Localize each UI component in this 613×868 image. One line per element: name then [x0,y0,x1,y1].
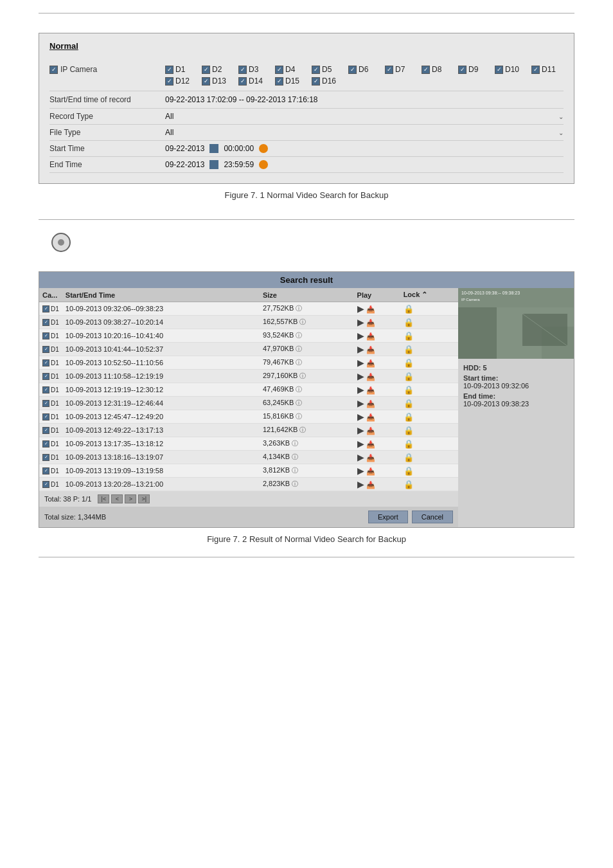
lock-icon[interactable]: 🔒 [404,426,414,435]
cell-play[interactable]: ▶ 📥 [354,451,400,464]
checkbox-d8[interactable]: ✓ D8 [422,65,450,74]
checkbox-d11[interactable]: ✓ D11 [531,65,560,74]
download-icon[interactable]: 📥 [366,454,375,462]
lock-icon[interactable]: 🔒 [404,345,414,354]
row-checkbox[interactable]: ✓ [42,346,49,353]
lock-icon[interactable]: 🔒 [404,372,414,381]
d6-icon[interactable]: ✓ [348,66,357,74]
download-icon[interactable]: 📥 [366,481,375,489]
download-icon[interactable]: 📥 [366,359,375,367]
cell-lock[interactable]: 🔒 [400,424,458,437]
d3-icon[interactable]: ✓ [238,66,247,74]
download-icon[interactable]: 📥 [366,467,375,475]
download-icon[interactable]: 📥 [366,305,375,313]
lock-icon[interactable]: 🔒 [404,480,414,489]
file-type-value[interactable]: All ⌄ [165,128,564,137]
checkbox-d3[interactable]: ✓ D3 [238,65,267,74]
download-icon[interactable]: 📥 [366,373,375,381]
lock-icon[interactable]: 🔒 [404,466,414,476]
cancel-button[interactable]: Cancel [412,511,453,523]
row-checkbox[interactable]: ✓ [42,440,49,448]
d8-icon[interactable]: ✓ [422,66,430,74]
cell-lock[interactable]: 🔒 [400,329,458,343]
lock-icon[interactable]: 🔒 [404,358,414,368]
d16-icon[interactable]: ✓ [312,77,320,86]
table-row[interactable]: ✓D1 10-09-2013 12:49:22--13:17:13 121,64… [39,424,458,437]
play-icon[interactable]: ▶ [357,466,364,476]
download-icon[interactable]: 📥 [366,319,375,327]
lock-icon[interactable]: 🔒 [404,331,414,341]
checkbox-d7[interactable]: ✓ D7 [385,65,414,74]
d10-icon[interactable]: ✓ [495,66,503,74]
cell-lock[interactable]: 🔒 [400,397,458,410]
checkbox-d16[interactable]: ✓ D16 [312,77,341,86]
cell-play[interactable]: ▶ 📥 [354,302,400,316]
lock-icon[interactable]: 🔒 [404,412,414,422]
cell-lock[interactable]: 🔒 [400,478,458,491]
cell-lock[interactable]: 🔒 [400,302,458,316]
cell-lock[interactable]: 🔒 [400,451,458,464]
cell-lock[interactable]: 🔒 [400,383,458,397]
row-checkbox[interactable]: ✓ [42,427,49,434]
d11-icon[interactable]: ✓ [531,66,540,74]
play-icon[interactable]: ▶ [357,317,364,327]
cell-play[interactable]: ▶ 📥 [354,437,400,451]
play-icon[interactable]: ▶ [357,398,364,408]
row-checkbox[interactable]: ✓ [42,413,49,420]
checkbox-d9[interactable]: ✓ D9 [458,65,487,74]
lock-icon[interactable]: 🔒 [404,399,414,408]
play-icon[interactable]: ▶ [357,330,364,341]
cell-play[interactable]: ▶ 📥 [354,343,400,356]
row-checkbox[interactable]: ✓ [42,467,49,475]
checkbox-d2[interactable]: ✓ D2 [202,65,231,74]
checkbox-d15[interactable]: ✓ D15 [275,77,304,86]
download-icon[interactable]: 📥 [366,346,375,354]
cell-play[interactable]: ▶ 📥 [354,383,400,397]
table-row[interactable]: ✓D1 10-09-2013 10:52:50--11:10:56 79,467… [39,356,458,370]
cell-play[interactable]: ▶ 📥 [354,329,400,343]
cell-lock[interactable]: 🔒 [400,356,458,370]
play-icon[interactable]: ▶ [357,344,364,354]
download-icon[interactable]: 📥 [366,440,375,448]
cell-play[interactable]: ▶ 📥 [354,397,400,410]
checkbox-d13[interactable]: ✓ D13 [202,77,231,86]
d1-icon[interactable]: ✓ [165,66,173,74]
table-row[interactable]: ✓D1 10-09-2013 13:20:28--13:21:00 2,823K… [39,478,458,491]
table-row[interactable]: ✓D1 10-09-2013 10:20:16--10:41:40 93,524… [39,329,458,343]
download-icon[interactable]: 📥 [366,332,375,340]
checkbox-d1[interactable]: ✓ D1 [165,65,194,74]
lock-icon[interactable]: 🔒 [404,453,414,462]
cell-play[interactable]: ▶ 📥 [354,424,400,437]
checkbox-d4[interactable]: ✓ D4 [275,65,304,74]
nav-first-button[interactable]: |< [98,494,109,503]
table-row[interactable]: ✓D1 10-09-2013 12:45:47--12:49:20 15,816… [39,410,458,424]
lock-icon[interactable]: 🔒 [404,385,414,395]
row-checkbox[interactable]: ✓ [42,319,49,326]
checkbox-d5[interactable]: ✓ D5 [312,65,341,74]
cell-play[interactable]: ▶ 📥 [354,370,400,383]
row-checkbox[interactable]: ✓ [42,332,49,339]
row-checkbox[interactable]: ✓ [42,373,49,380]
table-row[interactable]: ✓D1 10-09-2013 12:19:19--12:30:12 47,469… [39,383,458,397]
lock-icon[interactable]: 🔒 [404,304,414,314]
ip-camera-checkbox[interactable]: ✓ [49,66,58,74]
row-checkbox[interactable]: ✓ [42,305,49,312]
nav-last-button[interactable]: >| [138,494,150,503]
play-icon[interactable]: ▶ [357,303,364,314]
row-checkbox[interactable]: ✓ [42,400,49,407]
cell-play[interactable]: ▶ 📥 [354,464,400,478]
table-row[interactable]: ✓D1 10-09-2013 11:10:58--12:19:19 297,16… [39,370,458,383]
download-icon[interactable]: 📥 [366,413,375,421]
checkbox-d6[interactable]: ✓ D6 [348,65,377,74]
cell-play[interactable]: ▶ 📥 [354,478,400,491]
d5-icon[interactable]: ✓ [312,66,320,74]
d14-icon[interactable]: ✓ [238,77,247,86]
d4-icon[interactable]: ✓ [275,66,283,74]
lock-icon[interactable]: 🔒 [404,439,414,449]
cell-play[interactable]: ▶ 📥 [354,410,400,424]
end-time-orange-button[interactable] [259,160,268,169]
row-checkbox[interactable]: ✓ [42,481,49,488]
table-row[interactable]: ✓D1 10-09-2013 09:32:06--09:38:23 27,752… [39,302,458,316]
cell-lock[interactable]: 🔒 [400,370,458,383]
row-checkbox[interactable]: ✓ [42,454,49,461]
